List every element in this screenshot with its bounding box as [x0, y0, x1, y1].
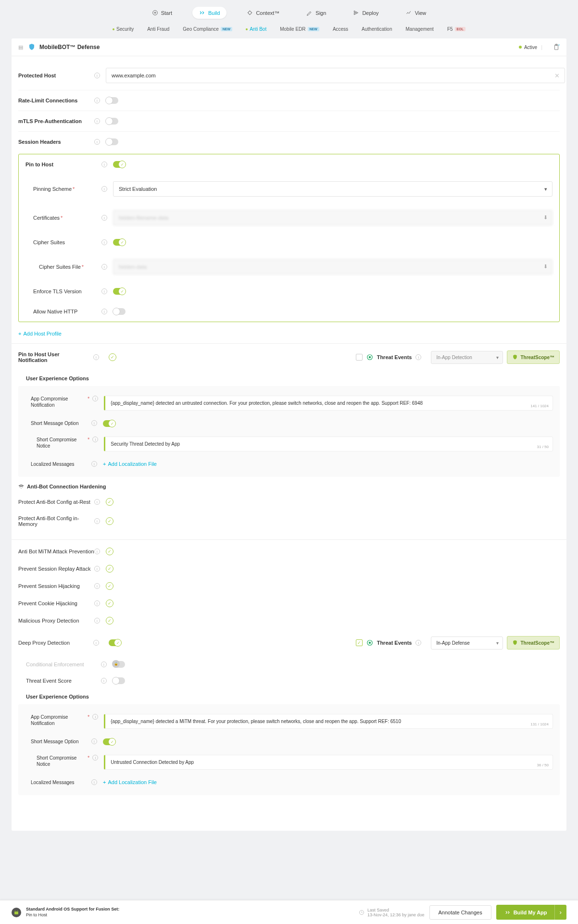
- help-icon[interactable]: i: [91, 738, 97, 744]
- clipboard-icon[interactable]: +: [553, 44, 560, 50]
- svg-point-1: [249, 11, 252, 14]
- toggle-rate-limit[interactable]: [106, 97, 118, 104]
- help-icon[interactable]: i: [101, 662, 107, 667]
- help-icon[interactable]: i: [101, 186, 107, 192]
- help-icon[interactable]: i: [415, 354, 421, 360]
- label-pin-notification: Pin to Host User Notification: [18, 351, 89, 363]
- select-detection-mode[interactable]: In-App Detection: [431, 351, 503, 364]
- toggle-session-headers[interactable]: [106, 138, 118, 145]
- add-host-profile-button[interactable]: + Add Host Profile: [18, 331, 62, 337]
- nav-start[interactable]: Start: [145, 7, 179, 19]
- row-deep-proxy: Deep Proxy Detection i ✓ Threat Events i…: [18, 629, 560, 656]
- help-icon[interactable]: i: [94, 549, 100, 554]
- subnav-access[interactable]: Access: [333, 26, 348, 32]
- help-icon[interactable]: i: [101, 288, 107, 294]
- help-icon[interactable]: i: [101, 678, 107, 684]
- help-icon[interactable]: i: [94, 499, 100, 505]
- row-certificates: Certificates* i hidden-filename-data⬇: [25, 203, 553, 232]
- subnav-geo[interactable]: Geo ComplianceNEW: [183, 26, 232, 32]
- help-icon[interactable]: i: [94, 566, 100, 572]
- help-icon[interactable]: i: [94, 618, 100, 624]
- check-mitm[interactable]: ✓: [106, 548, 113, 555]
- check-protect-rest[interactable]: ✓: [106, 498, 113, 506]
- toggle-enforce-tls[interactable]: [113, 288, 126, 295]
- help-icon[interactable]: i: [92, 755, 98, 761]
- subnav-mgmt[interactable]: Management: [406, 26, 434, 32]
- help-icon[interactable]: i: [91, 420, 97, 426]
- textarea-short-notice[interactable]: Untrusted Connection Detected by App 36 …: [104, 755, 553, 770]
- threatscope-button[interactable]: ThreatScope™: [507, 350, 560, 364]
- toggle-pin-to-host[interactable]: [113, 161, 126, 168]
- add-localization-button[interactable]: + Add Localization File: [103, 461, 157, 467]
- nav-deploy[interactable]: Deploy: [346, 7, 385, 19]
- help-icon[interactable]: i: [94, 118, 100, 124]
- toggle-mtls[interactable]: [106, 118, 118, 125]
- check-pin-notification[interactable]: ✓: [109, 353, 116, 361]
- help-icon[interactable]: i: [92, 437, 98, 442]
- collapse-icon[interactable]: ▤: [18, 44, 23, 50]
- add-localization-button[interactable]: + Add Localization File: [103, 779, 157, 785]
- help-icon[interactable]: i: [94, 600, 100, 606]
- file-cipher-suites[interactable]: hidden-data: [113, 259, 553, 275]
- subnav-f5[interactable]: F5EOL: [447, 26, 465, 32]
- check-hijack[interactable]: ✓: [106, 582, 113, 590]
- check-malicious-proxy[interactable]: ✓: [106, 617, 113, 624]
- help-icon[interactable]: i: [92, 396, 98, 401]
- checkbox-threat-events[interactable]: [356, 354, 363, 361]
- toggle-deep-proxy[interactable]: [109, 639, 121, 646]
- help-icon[interactable]: i: [101, 309, 107, 314]
- help-icon[interactable]: i: [101, 215, 107, 221]
- toggle-cipher-suites[interactable]: [113, 239, 126, 246]
- help-icon[interactable]: i: [91, 779, 97, 785]
- row-protected-host: Protected Host i ✕: [18, 61, 560, 90]
- textarea-short-notice[interactable]: Security Threat Detected by App 31 / 50: [104, 437, 553, 451]
- nav-view[interactable]: View: [399, 7, 433, 19]
- help-icon[interactable]: i: [415, 640, 421, 646]
- help-icon[interactable]: i: [94, 518, 100, 524]
- help-icon[interactable]: i: [91, 461, 97, 467]
- nav-build[interactable]: Build: [192, 7, 226, 19]
- subnav-antifraud[interactable]: Anti Fraud: [147, 26, 169, 32]
- page-header: ▤ MobileBOT™ Defense Active | +: [12, 38, 566, 56]
- label-protected-host: Protected Host: [18, 73, 94, 78]
- check-replay[interactable]: ✓: [106, 565, 113, 573]
- help-icon[interactable]: i: [92, 714, 98, 720]
- help-icon[interactable]: i: [93, 354, 99, 360]
- select-defense-mode[interactable]: In-App Defense: [431, 637, 503, 649]
- toggle-short-option[interactable]: [103, 420, 115, 427]
- toggle-threat-score[interactable]: [113, 677, 125, 684]
- toggle-allow-http[interactable]: [113, 308, 126, 315]
- subnav-edr[interactable]: Mobile EDRNEW: [280, 26, 319, 32]
- download-icon[interactable]: ⬇: [543, 214, 548, 221]
- row-cond-enforcement: Conditional Enforcement i: [18, 656, 560, 673]
- help-icon[interactable]: i: [101, 162, 107, 167]
- check-protect-memory[interactable]: ✓: [106, 517, 113, 525]
- subnav-antibot[interactable]: Anti Bot: [246, 26, 266, 32]
- view-icon: [406, 10, 412, 16]
- input-protected-host[interactable]: [106, 68, 565, 83]
- toggle-short-option[interactable]: [103, 738, 115, 745]
- checkbox-threat-events[interactable]: ✓: [356, 639, 363, 646]
- help-icon[interactable]: i: [94, 98, 100, 103]
- nav-sign[interactable]: Sign: [300, 7, 333, 19]
- select-pinning-scheme[interactable]: Strict Evaluation: [113, 181, 553, 197]
- help-icon[interactable]: i: [93, 640, 99, 646]
- download-icon[interactable]: ⬇: [543, 263, 548, 270]
- subnav-auth[interactable]: Authentication: [362, 26, 392, 32]
- textarea-app-notification[interactable]: {app_display_name} detected an untrusted…: [104, 396, 553, 411]
- clear-icon[interactable]: ✕: [554, 72, 560, 79]
- row-session-headers: Session Headers i: [18, 132, 560, 152]
- svg-rect-2: [555, 45, 558, 50]
- help-icon[interactable]: i: [94, 73, 100, 78]
- threatscope-button[interactable]: ThreatScope™: [507, 636, 560, 649]
- eol-badge: EOL: [455, 27, 465, 31]
- help-icon[interactable]: i: [101, 239, 107, 245]
- subnav-security[interactable]: Security: [113, 26, 134, 32]
- nav-context[interactable]: Context™: [240, 7, 286, 19]
- help-icon[interactable]: i: [94, 139, 100, 145]
- textarea-app-notification[interactable]: {app_display_name} detected a MiTM threa…: [104, 714, 553, 729]
- help-icon[interactable]: i: [94, 583, 100, 589]
- file-certificates[interactable]: hidden-filename-data: [113, 210, 553, 225]
- check-cookie[interactable]: ✓: [106, 599, 113, 607]
- help-icon[interactable]: i: [101, 264, 107, 270]
